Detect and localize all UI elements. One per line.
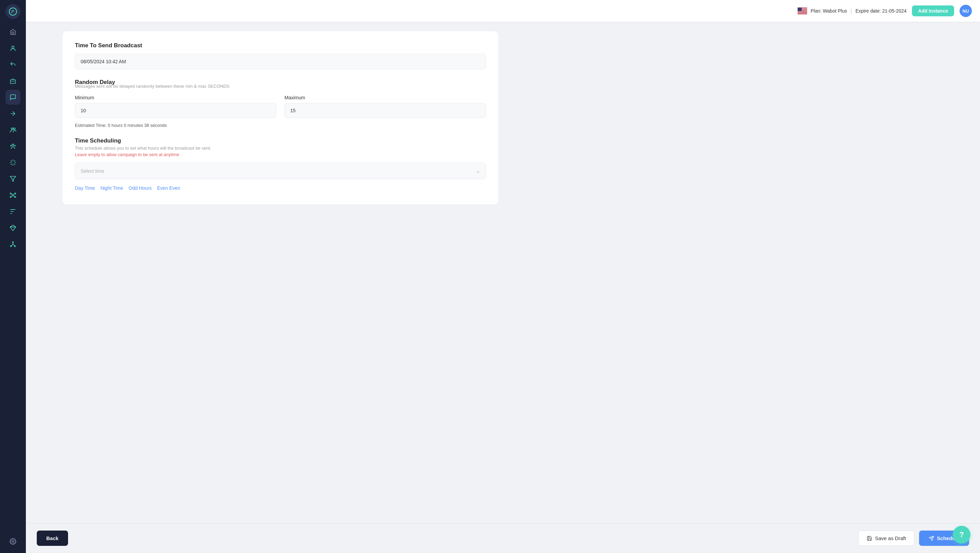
svg-point-6	[13, 78, 13, 79]
minimum-input[interactable]	[75, 103, 276, 118]
main-content: Time To Send Broadcast Random Delay Mess…	[52, 22, 980, 553]
sidebar-item-timeline[interactable]	[5, 204, 21, 219]
time-scheduling-title: Time Scheduling	[75, 137, 486, 144]
svg-point-16	[14, 196, 16, 197]
svg-point-15	[10, 196, 11, 197]
svg-rect-35	[798, 13, 807, 14]
svg-point-11	[14, 145, 15, 146]
plan-label: Plan: Wabot Plus	[811, 8, 847, 14]
svg-point-10	[11, 145, 11, 146]
svg-point-9	[12, 144, 14, 146]
us-flag-icon	[798, 8, 807, 14]
svg-point-2	[12, 46, 14, 48]
select-time-placeholder: Select time	[81, 168, 104, 174]
minimum-col: Minimum	[75, 95, 276, 118]
sidebar-item-contacts[interactable]	[5, 41, 21, 56]
svg-rect-36	[798, 14, 807, 14]
even-even-button[interactable]: Even Even	[157, 185, 180, 191]
svg-rect-19	[11, 213, 12, 214]
sidebar-item-network2[interactable]	[5, 237, 21, 252]
maximum-input[interactable]	[285, 103, 486, 118]
add-instance-button[interactable]: Add Instance	[912, 5, 954, 16]
svg-rect-33	[798, 12, 807, 13]
right-buttons: Save as Draft Schedule	[858, 531, 969, 546]
time-to-send-title: Time To Send Broadcast	[75, 42, 486, 49]
svg-point-7	[11, 128, 13, 130]
sidebar-logo[interactable]	[5, 4, 21, 19]
help-button[interactable]: ?	[953, 526, 970, 543]
random-delay-subtitle: Messages sent will be delayed randomly b…	[75, 84, 486, 89]
sidebar-item-broadcast[interactable]	[5, 90, 21, 105]
schedule-subtitle: This schedule allows you to set what hou…	[75, 146, 486, 151]
save-icon	[867, 536, 872, 541]
svg-rect-31	[798, 11, 807, 12]
sidebar-item-team[interactable]	[5, 139, 21, 154]
svg-rect-37	[798, 8, 802, 11]
leave-empty-note: Leave empty to allow campaign to be sent…	[75, 152, 486, 157]
svg-rect-18	[11, 211, 14, 212]
svg-point-5	[13, 81, 14, 82]
bottom-bar: Back Save as Draft Schedule	[26, 523, 980, 553]
svg-point-8	[14, 128, 15, 130]
topbar: Plan: Wabot Plus | Expire date: 21-05-20…	[26, 0, 980, 22]
maximum-label: Maximum	[285, 95, 486, 100]
sidebar-item-settings[interactable]	[5, 534, 21, 549]
select-time-dropdown[interactable]: Select time ⌄	[75, 162, 486, 179]
chevron-down-icon: ⌄	[476, 168, 480, 174]
night-time-button[interactable]: Night Time	[100, 185, 123, 191]
form-card: Time To Send Broadcast Random Delay Mess…	[63, 31, 498, 204]
expire-label: Expire date: 21-05-2024	[856, 8, 907, 14]
save-draft-label: Save as Draft	[875, 536, 906, 541]
odd-hours-button[interactable]: Odd Hours	[129, 185, 152, 191]
svg-rect-34	[798, 13, 807, 13]
sidebar-item-export[interactable]	[5, 106, 21, 121]
svg-rect-32	[798, 11, 807, 12]
avatar[interactable]: NU	[959, 5, 972, 17]
sidebar-item-group-contacts[interactable]	[5, 122, 21, 137]
sidebar-item-home[interactable]	[5, 24, 21, 40]
svg-point-0	[9, 8, 17, 15]
topbar-plan-info: Plan: Wabot Plus | Expire date: 21-05-20…	[798, 8, 907, 14]
quick-times-row: Day Time Night Time Odd Hours Even Even	[75, 185, 486, 191]
sidebar-item-reply[interactable]	[5, 57, 21, 72]
datetime-input[interactable]	[75, 54, 486, 69]
day-time-button[interactable]: Day Time	[75, 185, 95, 191]
send-icon	[929, 536, 934, 541]
minimum-label: Minimum	[75, 95, 276, 100]
time-to-send-section: Time To Send Broadcast	[75, 42, 486, 79]
maximum-col: Maximum	[285, 95, 486, 118]
svg-point-14	[14, 193, 16, 194]
sidebar-item-diamond[interactable]	[5, 220, 21, 235]
svg-rect-3	[11, 80, 16, 84]
svg-point-13	[10, 193, 11, 194]
random-delay-section: Random Delay Messages sent will be delay…	[75, 79, 486, 128]
sidebar-item-plugin[interactable]	[5, 155, 21, 170]
svg-point-4	[11, 81, 13, 82]
svg-point-23	[12, 541, 14, 542]
time-scheduling-section: Time Scheduling This schedule allows you…	[75, 137, 486, 191]
back-button[interactable]: Back	[37, 531, 68, 546]
sidebar-item-network[interactable]	[5, 188, 21, 203]
sidebar-item-funnel[interactable]	[5, 172, 21, 186]
svg-point-1	[11, 12, 12, 13]
sidebar-item-bot[interactable]	[5, 73, 21, 88]
estimated-time: Estimated Time: 0 hours 0 minutes 38 sec…	[75, 123, 486, 128]
sidebar	[0, 0, 26, 553]
save-draft-button[interactable]: Save as Draft	[858, 531, 914, 546]
svg-rect-17	[11, 209, 16, 210]
